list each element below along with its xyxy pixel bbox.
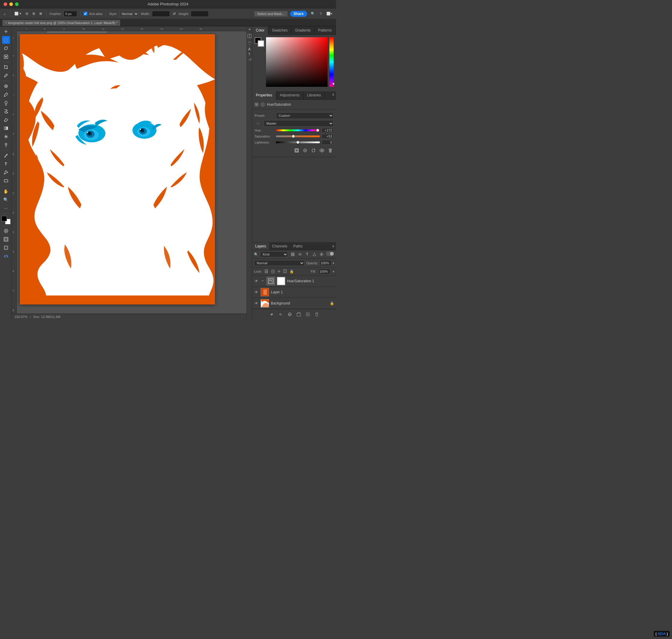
minimize-button[interactable]: [9, 2, 13, 6]
layer-effect-huesat[interactable]: [261, 279, 265, 283]
home-button[interactable]: ⌂: [2, 12, 7, 16]
expand-canvas-btn[interactable]: ◂: [247, 28, 251, 32]
horizontal-scrollbar-thumb[interactable]: [47, 31, 107, 33]
object-select-tool[interactable]: [2, 53, 10, 61]
style-select[interactable]: Normal: [119, 11, 139, 17]
preset-select[interactable]: Custom: [276, 112, 333, 119]
tab-paths[interactable]: Paths: [290, 243, 306, 250]
tab-gradients[interactable]: Gradients: [292, 27, 315, 34]
marquee-tool[interactable]: ⬚: [2, 36, 10, 44]
tab-adjustments[interactable]: Adjustments: [276, 91, 303, 99]
filter-pixel-icon[interactable]: [290, 251, 296, 258]
layer-visibility-bg[interactable]: 👁: [254, 301, 259, 306]
panel-icon-italic[interactable]: 𝒜: [248, 57, 251, 61]
doc-tab-active[interactable]: × liongraphic-raster-full size.png @ 150…: [2, 20, 120, 26]
layers-kind-select[interactable]: Kind: [260, 251, 288, 258]
layer-visibility-layer1[interactable]: 👁: [254, 290, 259, 295]
view-previous-btn[interactable]: [302, 147, 308, 154]
brush-tool[interactable]: [2, 91, 10, 98]
layer-visibility-huesat[interactable]: 👁: [254, 279, 259, 283]
cloud-button[interactable]: [2, 252, 10, 260]
opacity-input[interactable]: [319, 260, 331, 266]
hue-slider-bar[interactable]: [276, 129, 320, 132]
path-select-tool[interactable]: [2, 169, 10, 176]
fill-input[interactable]: [318, 268, 330, 275]
tab-libraries[interactable]: Libraries: [303, 91, 325, 99]
new-group-btn[interactable]: [295, 311, 302, 318]
add-mask-btn[interactable]: [286, 311, 293, 318]
hue-thumb[interactable]: [316, 129, 319, 132]
color-saturation-value-picker[interactable]: [266, 37, 328, 87]
hand-tool[interactable]: ✋: [2, 187, 10, 195]
intersect-icon[interactable]: ⊠: [38, 11, 43, 16]
marquee-tool-options[interactable]: ⬜ ▾: [13, 11, 22, 16]
tab-color[interactable]: Color: [252, 27, 268, 35]
subtract-icon[interactable]: ⊟: [24, 11, 29, 16]
link-layers-btn[interactable]: [268, 311, 275, 318]
opacity-dropdown[interactable]: ▾: [333, 262, 334, 265]
blend-mode-select[interactable]: Normal: [254, 260, 304, 266]
filter-text-icon[interactable]: T: [304, 251, 310, 258]
filter-active-toggle[interactable]: [326, 251, 334, 256]
tab-properties[interactable]: Properties: [252, 91, 276, 100]
filter-shape-icon[interactable]: [311, 251, 317, 258]
clone-stamp-tool[interactable]: [2, 99, 10, 107]
layer-row-huesat[interactable]: 👁 Hue/Saturation 1: [252, 276, 336, 287]
tab-swatches[interactable]: Swatches: [268, 27, 292, 34]
layers-menu-btn[interactable]: ≡: [332, 244, 334, 248]
reset-btn[interactable]: [310, 147, 317, 154]
gradient-tool[interactable]: [2, 124, 10, 132]
add-effect-btn[interactable]: fx: [278, 311, 284, 318]
close-button[interactable]: [4, 2, 7, 6]
select-mask-button[interactable]: Select and Mask...: [254, 11, 288, 16]
search-button[interactable]: 🔍: [310, 11, 316, 16]
eraser-tool[interactable]: [2, 116, 10, 124]
shape-tool[interactable]: [2, 177, 10, 185]
layer-row-layer1[interactable]: 👁 Layer 1: [252, 287, 336, 298]
heal-tool[interactable]: [2, 82, 10, 90]
zoom-tool[interactable]: 🔍: [2, 196, 10, 204]
tab-channels[interactable]: Channels: [269, 243, 290, 250]
add-icon[interactable]: ⊞: [31, 11, 36, 16]
lock-artboard-btn[interactable]: [283, 269, 287, 274]
height-input[interactable]: [191, 11, 209, 17]
fill-dropdown[interactable]: ▾: [333, 270, 334, 273]
panel-icon-text[interactable]: A: [248, 47, 251, 51]
move-tool[interactable]: ✛: [2, 28, 10, 35]
delete-btn[interactable]: [327, 147, 333, 154]
maximize-button[interactable]: [15, 2, 19, 6]
lock-all-btn[interactable]: 🔒: [290, 269, 294, 274]
visibility-btn[interactable]: [318, 147, 325, 154]
background-color[interactable]: [257, 40, 264, 47]
width-input[interactable]: [152, 11, 170, 17]
quick-mask-button[interactable]: [2, 227, 10, 235]
eyedropper-tool[interactable]: [2, 72, 10, 80]
foreground-color-swatch[interactable]: [1, 216, 7, 221]
dodge-tool[interactable]: [2, 141, 10, 149]
doc-tab-close[interactable]: ×: [5, 21, 7, 24]
screen-mode-button[interactable]: [2, 235, 10, 243]
panel-menu-btn[interactable]: ≡: [330, 91, 336, 99]
panel-icon-2[interactable]: [247, 41, 252, 46]
help-button[interactable]: ?: [318, 12, 323, 16]
more-tools-button[interactable]: ···: [2, 204, 10, 212]
lasso-tool[interactable]: [2, 44, 10, 52]
delete-layer-btn[interactable]: [313, 311, 320, 318]
new-layer-btn[interactable]: [304, 311, 311, 318]
anti-alias-checkbox[interactable]: [83, 12, 88, 16]
blur-tool[interactable]: [2, 133, 10, 141]
saturation-thumb[interactable]: [292, 135, 295, 138]
crop-tool[interactable]: [2, 63, 10, 71]
swap-icon[interactable]: ⇄: [172, 11, 177, 16]
text-tool[interactable]: T: [2, 160, 10, 168]
panel-icon-para[interactable]: ¶: [249, 52, 250, 56]
channel-select[interactable]: Master: [264, 120, 333, 127]
hue-slider[interactable]: [329, 37, 333, 87]
clip-to-layer-btn[interactable]: [293, 147, 300, 154]
pen-tool[interactable]: [2, 152, 10, 159]
lightness-thumb[interactable]: [296, 141, 299, 144]
feather-input[interactable]: [64, 11, 77, 17]
lock-image-btn[interactable]: [271, 269, 275, 274]
view-options-button[interactable]: ⬜▾: [325, 11, 333, 16]
saturation-slider-bar[interactable]: [276, 135, 320, 138]
